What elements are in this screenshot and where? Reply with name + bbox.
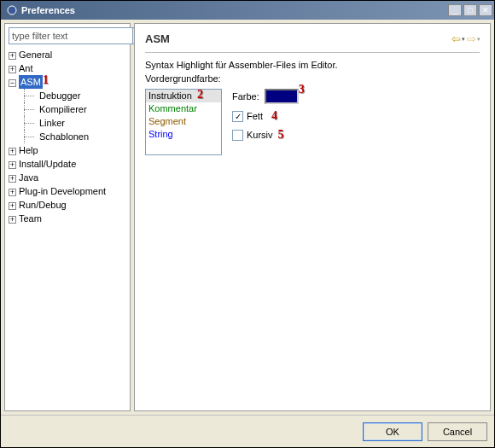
color-row: Farbe: 3: [232, 89, 305, 104]
foreground-label: Vordergrundfarbe:: [145, 73, 480, 84]
preferences-window: Preferences _ □ ✕ ▼ +General +Ant −ASM 1…: [0, 0, 495, 448]
bold-row: ✓ Fett 4: [232, 109, 305, 123]
tree-item-team[interactable]: +Team: [9, 212, 126, 225]
tree-item-general[interactable]: +General: [9, 48, 126, 61]
color-picker-button[interactable]: [265, 89, 299, 104]
window-body: ▼ +General +Ant −ASM 1 Debugger Kompilie…: [1, 20, 494, 415]
color-label: Farbe:: [232, 91, 259, 102]
page-header: ASM ⇦▾ ⇨▾: [145, 32, 480, 53]
list-item-instruktion[interactable]: Instruktion: [146, 90, 221, 102]
tree-item-kompilierer[interactable]: Kompilierer: [9, 102, 126, 116]
tree-item-plugin[interactable]: +Plug-in Development: [9, 184, 126, 198]
tree-item-ant[interactable]: +Ant: [9, 61, 126, 75]
expand-icon[interactable]: +: [9, 66, 16, 73]
expand-icon[interactable]: +: [9, 189, 16, 196]
expand-icon[interactable]: +: [9, 148, 16, 155]
button-bar: OK Cancel: [1, 415, 494, 447]
tree-item-help[interactable]: +Help: [9, 143, 126, 157]
annotation-3: 3: [299, 83, 305, 96]
tree-item-asm[interactable]: −ASM 1: [9, 75, 126, 89]
sidebar: ▼ +General +Ant −ASM 1 Debugger Kompilie…: [4, 23, 131, 411]
italic-row: Kursiv 5: [232, 128, 305, 142]
bold-label: Fett: [247, 111, 263, 121]
italic-checkbox[interactable]: [232, 130, 243, 141]
annotation-4: 4: [271, 109, 277, 123]
annotation-1: 1: [43, 73, 49, 87]
bold-checkbox[interactable]: ✓: [232, 111, 243, 122]
tree-item-schablonen[interactable]: Schablonen: [9, 130, 126, 143]
expand-icon[interactable]: +: [9, 202, 16, 210]
tree-item-java[interactable]: +Java: [9, 171, 126, 184]
tree-item-install[interactable]: +Install/Update: [9, 157, 126, 171]
expand-icon[interactable]: +: [9, 161, 16, 169]
titlebar: Preferences _ □ ✕: [1, 1, 494, 20]
window-title: Preferences: [21, 5, 446, 15]
minimize-button[interactable]: _: [448, 4, 462, 16]
back-button[interactable]: ⇦▾: [452, 33, 464, 45]
tree-item-debugger[interactable]: Debugger: [9, 89, 126, 102]
chevron-down-icon: ▾: [477, 36, 480, 43]
filter-row: ▼: [9, 27, 126, 44]
expand-icon[interactable]: +: [9, 216, 16, 224]
maximize-button[interactable]: □: [463, 4, 477, 16]
page-description: Syntax Highlight für Assembler-Files im …: [145, 60, 480, 70]
tree-item-run[interactable]: +Run/Debug: [9, 198, 126, 212]
expand-icon[interactable]: +: [9, 175, 16, 183]
tree-item-linker[interactable]: Linker: [9, 116, 126, 130]
expand-icon[interactable]: +: [9, 52, 16, 60]
filter-input[interactable]: [9, 27, 133, 44]
controls-row: Instruktion Kommentar Segment String 2 F…: [145, 89, 480, 155]
page-title: ASM: [145, 32, 449, 45]
annotation-5: 5: [278, 128, 284, 142]
token-listbox[interactable]: Instruktion Kommentar Segment String 2: [145, 89, 222, 155]
forward-button[interactable]: ⇨▾: [468, 33, 480, 45]
collapse-icon[interactable]: −: [9, 79, 16, 87]
ok-button[interactable]: OK: [363, 422, 422, 441]
list-item-segment[interactable]: Segment: [146, 115, 221, 128]
list-item-string[interactable]: String: [146, 128, 221, 141]
style-controls: Farbe: 3 ✓ Fett 4 Kursiv 5: [232, 89, 305, 142]
window-icon: [6, 4, 18, 16]
list-item-kommentar[interactable]: Kommentar: [146, 102, 221, 115]
italic-label: Kursiv: [247, 130, 273, 140]
close-button[interactable]: ✕: [479, 4, 492, 16]
preferences-tree: +General +Ant −ASM 1 Debugger Kompiliere…: [9, 48, 126, 407]
preference-page: ASM ⇦▾ ⇨▾ Syntax Highlight für Assembler…: [134, 23, 491, 411]
svg-point-0: [8, 6, 16, 15]
chevron-down-icon: ▾: [462, 36, 465, 43]
cancel-button[interactable]: Cancel: [428, 422, 487, 441]
